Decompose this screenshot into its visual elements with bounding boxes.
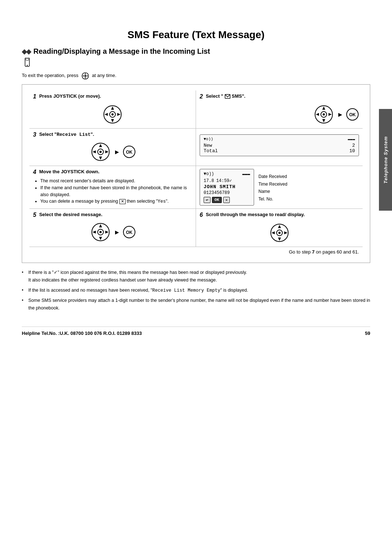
callout-name: Name [258,189,287,194]
svg-marker-21 [328,113,332,116]
display2-signal: ▼o)) [204,171,214,177]
callout-tel: Tel. No. [258,197,287,202]
joystick-step2-icon [313,104,335,125]
ok-button-step2-icon: OK [346,108,359,121]
display-detail-mockup: ▼o)) ▬▬▬ 17.8 14:59✓ JOHN SMITH [200,169,254,206]
step-4-number: 4 [33,169,36,175]
note-1-text: If there is a "✓" icon placed against th… [28,269,247,284]
svg-point-2 [27,65,28,66]
step-3-cell: 3 Select "Receive List". ▶ [29,129,196,166]
svg-marker-20 [316,113,319,116]
exit-instruction: To exit the operation, press at any time… [22,72,370,80]
step-1-text: Press JOYSTICK (or move). [39,93,101,99]
svg-marker-46 [278,238,281,241]
phone-handset-icon [23,58,31,68]
svg-marker-37 [99,237,102,240]
step-4-bullet-3: You can delete a message by pressing ✕ t… [40,198,192,205]
step-6-cell: 6 Scroll through the message to read/ di… [196,209,363,247]
diamond-icons: ◆◆ [22,48,30,56]
step-5-text: Select the desired message. [39,212,102,217]
svg-marker-10 [111,106,114,110]
callout-labels-container: Date Received Time Received Name Tel. No… [258,169,287,202]
svg-marker-5 [85,77,86,79]
svg-marker-47 [271,231,275,234]
joystick-step1-icon [102,104,123,125]
note-item-2: • If the list is accessed and no message… [22,287,370,295]
step-4-left: 4 Move the JOYSTICK down. The most recen… [29,166,196,208]
step-6-text: Scroll through the message to read/ disp… [206,212,305,217]
svg-marker-39 [105,231,109,234]
step-2-text: Select " SMS". [206,93,245,99]
display2-time: 14:59✓ [216,178,232,183]
section-heading: ◆◆ Reading/Displaying a Message in the I… [22,47,370,56]
steps-grid: 1 Press JOYSTICK (or move). [29,90,363,247]
btn-delete: ✕ [223,197,230,203]
note-item-3: • Some SMS service providers may attach … [22,297,370,312]
svg-point-15 [111,113,114,116]
callout-time-received: Time Received [258,182,287,187]
svg-marker-38 [93,231,96,234]
step-6-number: 6 [200,212,203,218]
total-label: Total [204,148,218,154]
ok-button-step3-icon: OK [123,145,136,158]
arrow-step5: ▶ [115,229,119,235]
step-4-bullet-1: The most recent sender's details are dis… [40,178,192,185]
step-4-bullets: The most recent sender's details are dis… [33,178,192,205]
notes-section: • If there is a "✓" icon placed against … [22,269,370,312]
step-4-text: Move the JOYSTICK down. [39,169,99,174]
step-4-right: ▼o)) ▬▬▬ 17.8 14:59✓ JOHN SMITH [196,166,363,208]
svg-marker-19 [322,119,325,122]
step-4-row: 4 Move the JOYSTICK down. The most recen… [29,166,363,209]
phone-icon-row [22,58,370,69]
display-mockup-1: ▼o)) ▬▬▬ New 2 Total 10 [200,134,359,156]
joystick-step5-icon [90,221,111,243]
side-tab-label: Telephone System [383,136,388,183]
svg-text:OK: OK [126,150,132,155]
page-title: SMS Feature (Text Message) [22,29,370,41]
side-tab: Telephone System [379,109,392,211]
note-item-1: • If there is a "✓" icon placed against … [22,269,370,284]
step-3-display-cell: ▼o)) ▬▬▬ New 2 Total 10 [196,129,363,166]
section-heading-text: Reading/Displaying a Message in the Inco… [33,47,210,56]
svg-marker-13 [117,113,121,116]
svg-marker-6 [82,75,84,77]
display2-name: JOHN SMITH [204,184,236,190]
svg-point-41 [99,231,102,233]
svg-point-32 [99,151,102,153]
helpline-text: Helpline Tel.No. :U.K. 08700 100 076 R.O… [22,331,142,336]
svg-marker-27 [99,144,102,147]
svg-marker-28 [99,157,102,160]
step-1-number: 1 [33,93,36,100]
display2-date: 17.8 [204,178,214,183]
svg-marker-36 [99,224,102,227]
svg-point-23 [323,113,325,116]
step-5-cell: 5 Select the desired message. ▶ [29,209,196,247]
step-4-bullet-2: If the name and number have been stored … [40,185,192,198]
svg-marker-4 [85,73,86,74]
svg-text:OK: OK [126,230,132,235]
ok-button-step5-icon: OK [123,226,136,239]
total-value: 10 [349,148,355,154]
goto-note: Go to step 7 on pages 60 and 61. [29,247,363,257]
step-2-number: 2 [200,93,203,100]
page-container: Telephone System SMS Feature (Text Messa… [0,0,392,555]
svg-marker-29 [93,150,96,153]
joystick-step3-icon [90,141,111,163]
new-label: New [204,143,212,148]
svg-point-50 [278,232,281,234]
btn-ok: OK [212,197,222,203]
page-number: 59 [365,331,370,336]
svg-text:OK: OK [349,112,356,117]
joystick-step6-icon [269,222,290,244]
goto-step-bold: 7 [312,249,315,255]
svg-marker-11 [111,119,114,122]
instruction-box: 1 Press JOYSTICK (or move). [22,84,370,263]
svg-marker-18 [322,106,325,110]
battery-icon: ▬▬▬ [348,137,355,141]
display2-buttons: ↩ OK ✕ [204,197,250,203]
signal-icon: ▼o)) [204,137,213,141]
step-1-cell: 1 Press JOYSTICK (or move). [29,90,196,129]
arrow-step2: ▶ [338,112,342,117]
new-value: 2 [352,143,355,148]
display2-battery: ▬▬▬ [242,171,250,177]
